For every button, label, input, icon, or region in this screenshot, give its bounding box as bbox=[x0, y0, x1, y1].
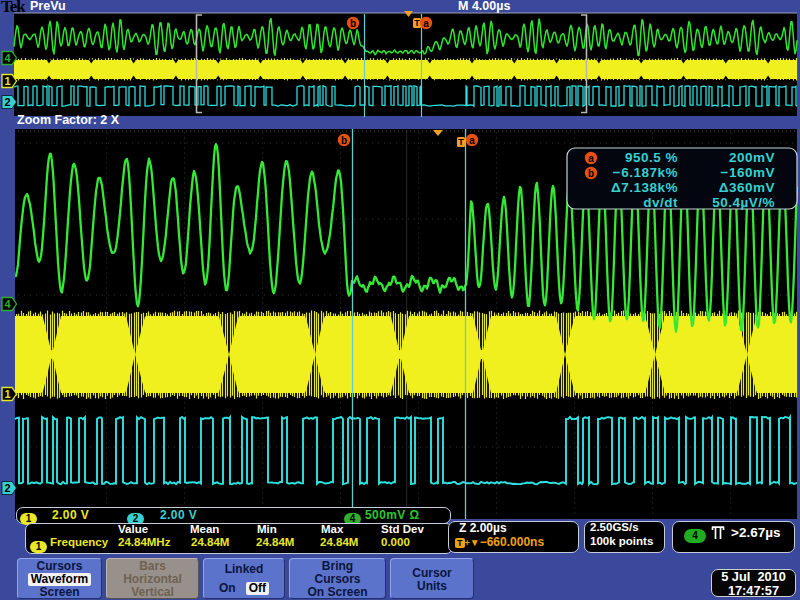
svg-text:200mV: 200mV bbox=[729, 150, 775, 165]
svg-text:950.5 %: 950.5 % bbox=[625, 150, 678, 165]
svg-text:2: 2 bbox=[4, 96, 10, 108]
svg-text:a: a bbox=[469, 135, 475, 146]
svg-text:b: b bbox=[350, 18, 356, 29]
svg-text:T: T bbox=[414, 18, 420, 28]
svg-text:T: T bbox=[458, 137, 464, 147]
svg-text:2: 2 bbox=[4, 482, 10, 494]
svg-text:a: a bbox=[423, 18, 429, 29]
svg-text:4: 4 bbox=[4, 298, 11, 310]
svg-text:b: b bbox=[341, 135, 347, 146]
svg-text:1: 1 bbox=[4, 75, 10, 87]
svg-text:4: 4 bbox=[4, 52, 11, 64]
svg-text:dv/dt: dv/dt bbox=[643, 195, 678, 210]
svg-text:b: b bbox=[588, 168, 594, 179]
svg-text:a: a bbox=[588, 153, 594, 164]
svg-text:50.4µV/%: 50.4µV/% bbox=[712, 195, 775, 210]
svg-text:Δ360mV: Δ360mV bbox=[719, 180, 775, 195]
svg-text:Δ7.138k%: Δ7.138k% bbox=[611, 180, 678, 195]
svg-text:1: 1 bbox=[4, 388, 10, 400]
svg-text:−160mV: −160mV bbox=[721, 165, 775, 180]
svg-text:−6.187k%: −6.187k% bbox=[613, 165, 678, 180]
